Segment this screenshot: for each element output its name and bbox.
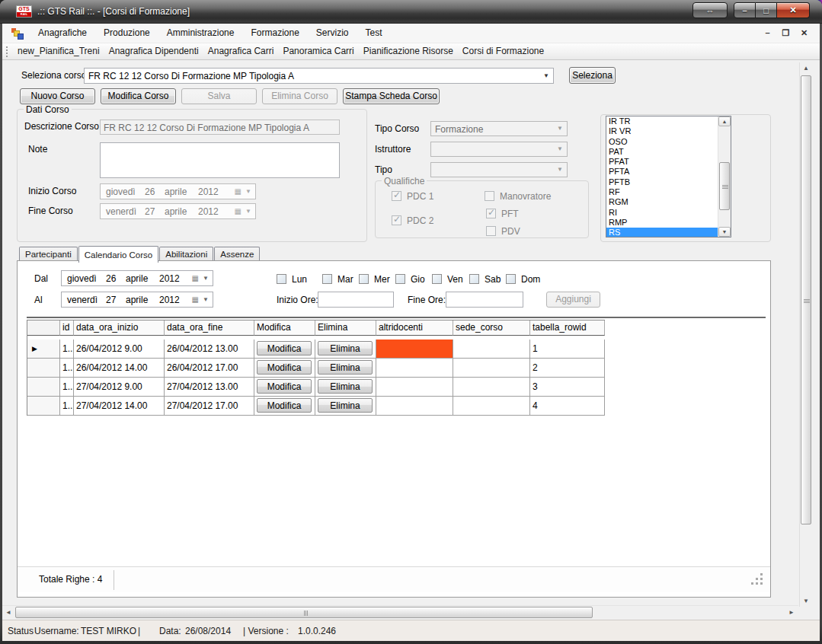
toolbar-new-pianifica-treni[interactable]: new_Pianifica_Treni	[13, 43, 104, 60]
list-item[interactable]: RF	[606, 187, 718, 197]
col-header-data-ora-fine[interactable]: data_ora_fine	[165, 320, 254, 336]
tab-calendario-corso[interactable]: Calendario Corso	[78, 246, 159, 263]
toolstrip-grip[interactable]	[6, 46, 8, 57]
fine-ore-input[interactable]	[446, 292, 523, 308]
col-header-sede-corso[interactable]: sede_corso	[453, 320, 530, 336]
mdi-minimize-button[interactable]: –	[761, 27, 774, 40]
mer-checkbox[interactable]	[359, 274, 369, 284]
list-item[interactable]: RI	[606, 208, 718, 218]
cell-data-ora-fine[interactable]: 26/04/2012 17.00	[165, 359, 254, 378]
cell-data-ora-fine[interactable]: 27/04/2012 17.00	[165, 397, 254, 416]
modifica-corso-button[interactable]: Modifica Corso	[101, 88, 176, 104]
list-item[interactable]: RMP	[606, 218, 718, 228]
dom-checkbox[interactable]	[506, 274, 516, 284]
list-item[interactable]: PAT	[606, 147, 718, 157]
listbox-scrollbar-thumb[interactable]	[719, 162, 730, 210]
list-item[interactable]: RGM	[606, 197, 718, 207]
cell-sede-corso[interactable]	[453, 340, 530, 359]
toolbar-anagrafica-dipendenti[interactable]: Anagrafica Dipendenti	[104, 43, 203, 60]
vertical-scrollbar-thumb[interactable]	[801, 75, 811, 524]
note-field[interactable]	[100, 142, 340, 178]
cell-id[interactable]: 1...	[60, 397, 74, 416]
sab-checkbox[interactable]	[469, 274, 479, 284]
col-header-elimina[interactable]: Elimina	[315, 320, 376, 336]
qualifiche-listbox[interactable]: IR TR IR VR OSO PAT PFAT PFTA PFTB RF RG…	[606, 116, 731, 238]
cell-altridocenti[interactable]	[376, 378, 453, 397]
cell-data-ora-inizio[interactable]: 27/04/2012 14.00	[74, 397, 165, 416]
seleziona-button[interactable]: Seleziona	[569, 67, 616, 84]
window-resize-button[interactable]: ⇔	[692, 2, 728, 18]
modifica-cell-button[interactable]: Modifica	[257, 341, 312, 355]
row-header[interactable]	[27, 397, 60, 416]
window-maximize-button[interactable]: □	[756, 2, 777, 18]
tab-assenze[interactable]: Assenze	[214, 247, 260, 260]
tab-partecipanti[interactable]: Partecipanti	[19, 247, 78, 260]
cell-tabella-rowid[interactable]: 4	[530, 397, 605, 416]
cell-sede-corso[interactable]	[453, 359, 530, 378]
vertical-scrollbar[interactable]: ▲ ▼	[799, 62, 812, 607]
cell-data-ora-fine[interactable]: 26/04/2012 13.00	[165, 340, 254, 359]
list-item[interactable]: PFTA	[606, 167, 718, 177]
elimina-cell-button[interactable]: Elimina	[318, 379, 373, 394]
scroll-up-icon[interactable]: ▲	[718, 116, 731, 126]
row-header[interactable]: ▶	[27, 340, 60, 359]
horizontal-scrollbar[interactable]: ◄ ►	[2, 605, 798, 618]
al-datepicker[interactable]: venerdì 27 aprile 2012 ▦ ▼	[61, 292, 213, 308]
window-minimize-button[interactable]: –	[734, 2, 756, 18]
menu-formazione[interactable]: Formazione	[242, 24, 307, 43]
cell-id[interactable]: 1...	[60, 378, 74, 397]
mdi-restore-button[interactable]: ❐	[779, 27, 792, 40]
listbox-scrollbar[interactable]: ▲ ▼	[718, 116, 731, 237]
cell-altridocenti[interactable]	[376, 397, 453, 416]
horizontal-scrollbar-thumb[interactable]	[15, 607, 593, 618]
cell-data-ora-inizio[interactable]: 26/04/2012 9.00	[74, 340, 165, 359]
toolbar-corsi-di-formazione[interactable]: Corsi di Formazione	[458, 43, 549, 60]
panel-resize-grip[interactable]	[751, 573, 763, 585]
mar-checkbox[interactable]	[322, 274, 332, 284]
col-header-altridocenti[interactable]: altridocenti	[376, 320, 453, 336]
list-item[interactable]: PFTB	[606, 177, 718, 187]
cell-data-ora-fine[interactable]: 27/04/2012 13.00	[165, 378, 254, 397]
cell-tabella-rowid[interactable]: 3	[530, 378, 605, 397]
cell-data-ora-inizio[interactable]: 26/04/2012 14.00	[74, 359, 165, 378]
chevron-down-icon[interactable]: ▼	[543, 72, 549, 78]
col-header-tabella-rowid[interactable]: tabella_rowid	[530, 320, 605, 336]
cell-sede-corso[interactable]	[453, 378, 530, 397]
inizio-ore-input[interactable]	[318, 292, 394, 308]
list-item[interactable]: PFAT	[606, 157, 718, 167]
nuovo-corso-button[interactable]: Nuovo Corso	[20, 88, 95, 104]
col-header-data-ora-inizio[interactable]: data_ora_inizio	[74, 320, 165, 336]
gio-checkbox[interactable]	[395, 274, 405, 284]
scroll-down-icon[interactable]: ▼	[718, 227, 731, 237]
cell-id[interactable]: 1...	[60, 340, 74, 359]
cell-altridocenti-highlight[interactable]	[376, 340, 453, 359]
cell-sede-corso[interactable]	[453, 397, 530, 416]
modifica-cell-button[interactable]: Modifica	[257, 379, 312, 394]
cell-tabella-rowid[interactable]: 1	[530, 340, 605, 359]
dal-datepicker[interactable]: giovedì 26 aprile 2012 ▦ ▼	[61, 270, 213, 286]
col-header-id[interactable]: id	[60, 320, 74, 336]
elimina-cell-button[interactable]: Elimina	[318, 360, 373, 375]
list-item[interactable]: IR TR	[606, 116, 718, 126]
modifica-cell-button[interactable]: Modifica	[257, 360, 312, 375]
row-header[interactable]	[27, 359, 60, 378]
toolbar-pianificazione-risorse[interactable]: Pianificazione Risorse	[359, 43, 458, 60]
scroll-down-icon[interactable]: ▼	[803, 598, 809, 604]
cell-id[interactable]: 1...	[60, 359, 74, 378]
menu-amministrazione[interactable]: Amministrazione	[158, 24, 243, 43]
col-header-modifica[interactable]: Modifica	[254, 320, 315, 336]
cell-tabella-rowid[interactable]: 2	[530, 359, 605, 378]
cell-data-ora-inizio[interactable]: 27/04/2012 9.00	[74, 378, 165, 397]
list-item[interactable]: OSO	[606, 137, 718, 147]
cell-altridocenti[interactable]	[376, 359, 453, 378]
toolbar-anagrafica-carri[interactable]: Anagrafica Carri	[203, 43, 279, 60]
toolbar-panoramica-carri[interactable]: Panoramica Carri	[278, 43, 358, 60]
chevron-down-icon[interactable]: ▼	[203, 275, 209, 282]
ven-checkbox[interactable]	[432, 274, 442, 284]
tab-abilitazioni[interactable]: Abilitazioni	[159, 247, 213, 260]
menu-produzione[interactable]: Produzione	[95, 24, 158, 43]
title-bar[interactable]: GTS RAIL .:: GTS Rail ::. - [Corsi di Fo…	[0, 0, 822, 24]
elimina-cell-button[interactable]: Elimina	[318, 341, 373, 355]
list-item[interactable]: IR VR	[606, 126, 718, 136]
mdi-close-button[interactable]: ✕	[798, 27, 811, 40]
